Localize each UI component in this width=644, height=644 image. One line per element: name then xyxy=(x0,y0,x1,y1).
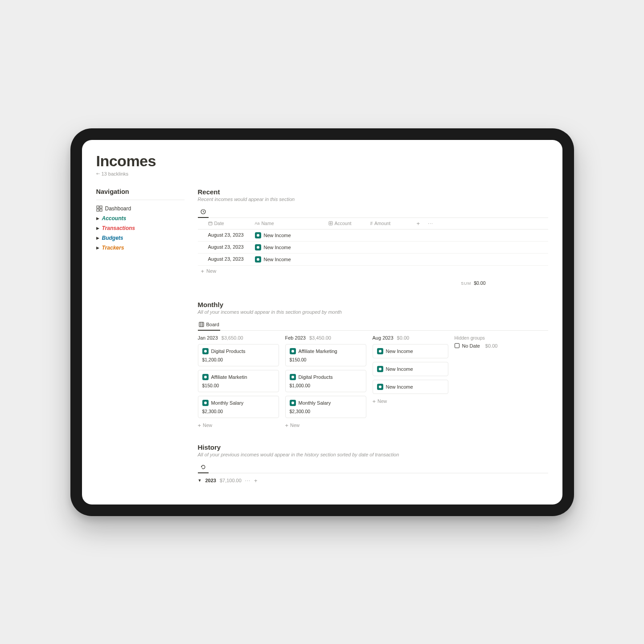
income-icon xyxy=(255,256,261,263)
sidebar-item-dashboard[interactable]: Dashboard xyxy=(96,204,185,213)
plus-icon: + xyxy=(198,422,201,428)
recent-heading: Recent xyxy=(198,188,548,196)
text-icon: Aa xyxy=(255,221,260,226)
cell-name: New Income xyxy=(264,257,291,262)
board-group-jan[interactable]: Jan 2023 $3,650.00 xyxy=(198,335,279,340)
board-card[interactable]: Digital Products $1,200.00 xyxy=(198,344,279,366)
income-icon xyxy=(202,348,209,354)
toggle-icon: ▶ xyxy=(96,226,99,230)
navigation-divider xyxy=(96,200,185,200)
board-month-label: Jan 2023 xyxy=(198,335,218,340)
column-name-label: Name xyxy=(262,221,274,226)
nodate-label: No Date xyxy=(462,343,480,349)
recent-subtitle: Recent incomes would appear in this sect… xyxy=(198,197,548,202)
plus-icon: + xyxy=(201,268,205,274)
new-label: New xyxy=(203,422,212,428)
new-card-button[interactable]: +New xyxy=(198,422,279,428)
board-tab-label: Board xyxy=(206,322,219,327)
card-amount: $1,000.00 xyxy=(290,383,362,388)
sum-row: SUM $0.00 xyxy=(198,277,548,286)
backlinks-icon: ↙ xyxy=(95,171,101,176)
relation-icon xyxy=(328,221,333,226)
new-label: New xyxy=(377,398,387,404)
income-icon xyxy=(290,400,296,406)
board-card[interactable]: New Income xyxy=(373,380,448,394)
card-title: Affiliate Marketing xyxy=(299,349,337,354)
backlinks-link[interactable]: ↙ 13 backlinks xyxy=(96,171,548,176)
toggle-icon: ▶ xyxy=(96,236,99,240)
column-amount-label: Amount xyxy=(374,221,390,226)
card-title: Affiliate Marketin xyxy=(211,374,247,380)
card-title: Digital Products xyxy=(299,374,333,380)
income-icon xyxy=(255,232,261,238)
sidebar-item-transactions[interactable]: ▶ Transactions xyxy=(96,223,185,233)
svg-rect-2 xyxy=(97,209,99,211)
backlinks-text: 13 backlinks xyxy=(102,171,129,176)
nodate-amount: $0.00 xyxy=(485,343,498,349)
board-card[interactable]: New Income xyxy=(373,344,448,358)
income-icon xyxy=(290,374,296,380)
navigation-heading: Navigation xyxy=(96,188,185,195)
board-month-amount: $3,450.00 xyxy=(309,335,331,340)
page-title: Incomes xyxy=(96,152,548,170)
new-card-button[interactable]: +New xyxy=(373,398,448,404)
hidden-groups-label: Hidden groups xyxy=(455,335,504,340)
board-card[interactable]: Monthly Salary $2,300.00 xyxy=(198,396,279,418)
recent-view-tab[interactable] xyxy=(198,207,209,218)
history-year-group[interactable]: ▼ 2023 $7,100.00 ··· + xyxy=(198,473,548,484)
card-amount: $2,300.00 xyxy=(290,409,362,414)
board-month-label: Feb 2023 xyxy=(285,335,306,340)
sidebar-item-budgets[interactable]: ▶ Budgets xyxy=(96,233,185,243)
board-card[interactable]: Affiliate Marketin $150.00 xyxy=(198,370,279,392)
sidebar-item-accounts[interactable]: ▶ Accounts xyxy=(96,213,185,223)
svg-rect-8 xyxy=(199,322,204,327)
board-group-aug[interactable]: Aug 2023 $0.00 xyxy=(373,335,448,340)
board-view-tab[interactable]: Board xyxy=(198,320,220,331)
cell-name: New Income xyxy=(264,245,291,250)
card-amount: $150.00 xyxy=(290,357,362,362)
add-column-button[interactable]: + xyxy=(417,221,420,226)
monthly-heading: Monthly xyxy=(198,301,548,308)
sidebar-item-label: Transactions xyxy=(102,225,135,231)
income-icon xyxy=(377,384,383,390)
dashboard-icon xyxy=(96,205,103,212)
cell-date: August 23, 2023 xyxy=(198,232,255,238)
card-amount: $1,200.00 xyxy=(202,357,275,362)
add-item-button[interactable]: + xyxy=(254,478,258,484)
board-card[interactable]: Digital Products $1,000.00 xyxy=(285,370,366,392)
plus-icon: + xyxy=(285,422,289,428)
new-row-button[interactable]: + New xyxy=(198,266,548,277)
card-title: New Income xyxy=(386,384,413,390)
card-title: New Income xyxy=(386,349,413,354)
board-card[interactable]: New Income xyxy=(373,362,448,376)
recent-table-header: Date Aa Name Account # Amount xyxy=(198,218,548,230)
inbox-icon xyxy=(455,343,459,348)
svg-rect-0 xyxy=(97,206,99,208)
new-card-button[interactable]: +New xyxy=(285,422,366,428)
sidebar-item-label: Dashboard xyxy=(105,205,131,212)
card-amount: $2,300.00 xyxy=(202,409,275,414)
more-icon[interactable]: ··· xyxy=(245,478,250,483)
more-icon[interactable]: ··· xyxy=(428,221,433,226)
table-row[interactable]: August 23, 2023 New Income xyxy=(198,230,548,242)
hidden-group-nodate[interactable]: No Date $0.00 xyxy=(455,343,504,349)
sidebar-item-label: Budgets xyxy=(102,235,123,241)
card-title: Monthly Salary xyxy=(211,400,244,406)
table-row[interactable]: August 23, 2023 New Income xyxy=(198,254,548,266)
history-subtitle: All of your previous incomes would appea… xyxy=(198,452,548,457)
board-card[interactable]: Monthly Salary $2,300.00 xyxy=(285,396,366,418)
sum-label: SUM xyxy=(461,281,471,286)
history-year-label: 2023 xyxy=(205,478,216,483)
history-heading: History xyxy=(198,443,548,451)
board-month-amount: $3,650.00 xyxy=(222,335,243,340)
clock-icon xyxy=(201,209,206,214)
table-row[interactable]: August 23, 2023 New Income xyxy=(198,242,548,254)
history-year-amount: $7,100.00 xyxy=(220,478,242,483)
history-view-tab[interactable] xyxy=(198,463,209,473)
board-card[interactable]: Affiliate Marketing $150.00 xyxy=(285,344,366,366)
sidebar-item-trackers[interactable]: ▶ Trackers xyxy=(96,243,185,253)
sidebar-item-label: Trackers xyxy=(102,245,124,251)
cell-name: New Income xyxy=(264,233,291,238)
board-icon xyxy=(199,322,204,327)
board-group-feb[interactable]: Feb 2023 $3,450.00 xyxy=(285,335,366,340)
